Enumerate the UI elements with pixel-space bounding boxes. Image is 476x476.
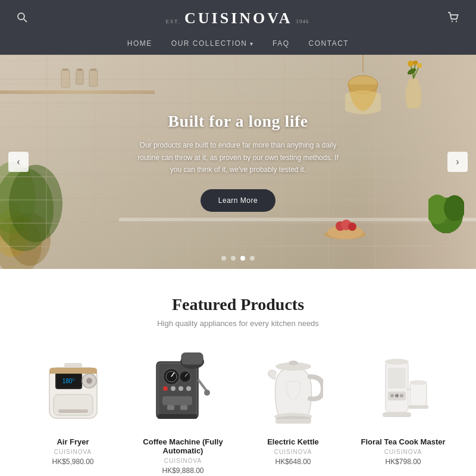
hero-next-button[interactable]: › [447,152,468,172]
svg-rect-77 [275,419,311,424]
svg-rect-91 [406,389,411,390]
svg-line-66 [198,380,207,392]
search-icon[interactable] [17,12,27,26]
svg-rect-58 [180,405,187,410]
hero-dot-1[interactable] [221,256,226,261]
svg-rect-87 [410,383,427,406]
product-name-coffee-machine: Coffee Machine (Fully Automatic) [134,437,232,455]
main-nav: HOME OUR COLLECTION ▾ FAQ CONTACT [127,33,349,55]
hero-subtitle: Our products are built to endure far mor… [137,139,339,176]
site-header: EST. CUISINOVA 1946 HOME OUR COLLECTION … [0,0,476,55]
hero-cta-button[interactable]: Learn More [201,189,275,212]
header-top: EST. CUISINOVA 1946 [0,7,476,33]
svg-point-72 [186,386,191,391]
featured-title: Featured Products [24,295,452,314]
products-grid-row1: 180° Air Fryer CUISINOVA HK$5,980.00 [24,347,452,475]
svg-point-70 [171,386,176,391]
hero-section: ‹ Built for a long life Our products are… [0,55,476,269]
svg-point-0 [18,13,24,20]
svg-rect-86 [383,412,411,417]
product-card-tea-maker[interactable]: Floral Tea Cook Master CUISINOVA HK$798.… [354,347,452,475]
hero-content: Built for a long life Our products are b… [137,112,339,211]
svg-point-45 [86,378,92,384]
featured-section: Featured Products High quality appliance… [0,269,476,476]
product-name-tea-maker: Floral Tea Cook Master [354,437,452,446]
product-image-coffee-machine [134,347,232,430]
svg-point-74 [289,361,298,365]
svg-point-80 [385,359,409,365]
nav-faq[interactable]: FAQ [273,39,290,48]
svg-rect-81 [388,368,406,389]
svg-point-71 [178,386,183,391]
featured-subtitle: High quality appliances for every kitche… [24,319,452,328]
nav-collection[interactable]: OUR COLLECTION ▾ [171,39,253,48]
nav-contact[interactable]: CONTACT [309,39,349,48]
svg-point-89 [409,380,427,385]
hero-dot-2[interactable] [231,256,236,261]
svg-point-3 [456,20,457,21]
product-image-tea-maker [354,347,452,430]
product-image-kettle [244,347,342,430]
hero-pagination [221,256,255,261]
product-image-air-fryer: 180° [24,347,122,430]
product-price-coffee-machine: HK$9,888.00 [134,466,232,475]
svg-point-83 [390,394,394,397]
svg-rect-57 [167,405,174,410]
svg-text:180°: 180° [62,378,74,384]
hero-dot-4[interactable] [250,256,255,261]
hero-title: Built for a long life [137,112,339,131]
hero-dot-3[interactable] [240,256,245,261]
logo-name: CUISINOVA [184,10,292,27]
nav-home[interactable]: HOME [127,39,152,48]
product-price-kettle: HK$648.00 [244,458,342,466]
svg-rect-68 [158,414,197,419]
svg-point-84 [395,394,399,397]
svg-rect-49 [49,370,97,374]
product-card-air-fryer[interactable]: 180° Air Fryer CUISINOVA HK$5,980.00 [24,347,122,475]
product-brand-kettle: CUISINOVA [244,449,342,455]
product-brand-air-fryer: CUISINOVA [24,449,122,455]
product-price-tea-maker: HK$798.00 [354,458,452,466]
product-brand-coffee-machine: CUISINOVA [134,458,232,464]
chevron-down-icon: ▾ [250,40,254,47]
hero-prev-button[interactable]: ‹ [8,152,29,172]
product-brand-tea-maker: CUISINOVA [354,449,452,455]
product-name-air-fryer: Air Fryer [24,437,122,446]
logo-est: EST. [165,18,181,24]
svg-rect-46 [58,409,88,413]
product-card-kettle[interactable]: Electric Kettle CUISINOVA HK$648.00 [244,347,342,475]
product-price-air-fryer: HK$5,980.00 [24,458,122,466]
svg-point-69 [163,386,168,391]
svg-point-85 [400,394,403,397]
svg-point-67 [204,390,210,396]
svg-line-1 [24,19,27,22]
product-card-coffee-machine[interactable]: Coffee Machine (Fully Automatic) CUISINO… [134,347,232,475]
svg-rect-90 [408,405,428,409]
svg-rect-56 [162,396,192,405]
logo-year: 1946 [296,18,309,24]
cart-icon[interactable] [447,12,459,26]
product-name-kettle: Electric Kettle [244,437,342,446]
logo[interactable]: EST. CUISINOVA 1946 [165,10,309,27]
svg-point-2 [452,20,453,21]
svg-rect-54 [181,353,203,365]
